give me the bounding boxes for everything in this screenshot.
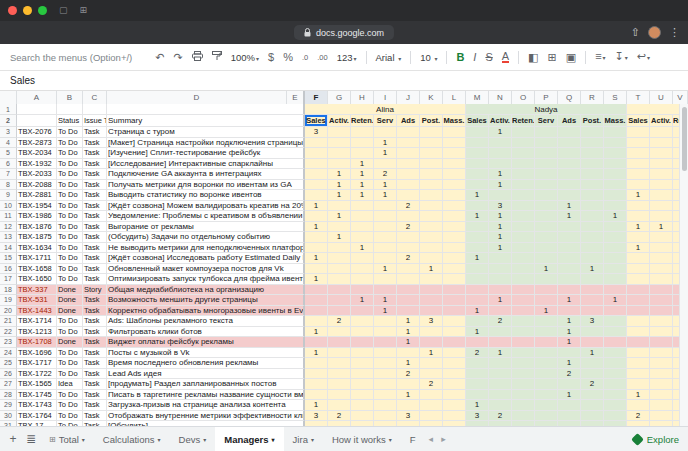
metric-column-header-M[interactable]: Sales — [466, 115, 489, 127]
all-sheets-button[interactable]: ≣ — [22, 432, 40, 446]
metric-cell[interactable]: 1 — [627, 390, 650, 401]
search-menus[interactable]: Search the menus (Option+/) — [10, 52, 132, 63]
status-cell[interactable]: To Do — [57, 190, 83, 201]
metric-cell[interactable] — [466, 285, 489, 296]
metric-cell[interactable] — [535, 222, 558, 233]
metric-cell[interactable] — [581, 138, 604, 149]
column-header-D[interactable]: D — [107, 91, 287, 104]
metric-cell[interactable] — [650, 306, 673, 317]
metric-cell[interactable] — [650, 348, 673, 359]
summary-cell[interactable]: Отображать внутренние метрики эффективно… — [107, 411, 305, 422]
summary-cell[interactable]: Корректно обрабатывать многоразовые ивен… — [107, 306, 305, 317]
metric-cell[interactable] — [650, 180, 673, 191]
metric-cell[interactable] — [650, 159, 673, 170]
metric-cell[interactable] — [604, 379, 627, 390]
status-cell[interactable]: To Do — [57, 127, 83, 138]
name-box[interactable]: Sales — [10, 75, 35, 86]
metric-cell[interactable]: 1 — [558, 337, 581, 348]
metric-cell[interactable] — [489, 327, 512, 338]
task-id-cell[interactable]: TBX-337 — [17, 285, 57, 296]
merge-cells-icon[interactable]: ▣ — [566, 52, 576, 63]
issue-type-cell[interactable]: Task — [83, 264, 107, 275]
metric-cell[interactable]: 3 — [489, 201, 512, 212]
metric-cell[interactable]: 3 — [581, 316, 604, 327]
avatar[interactable] — [648, 26, 661, 39]
task-id-cell[interactable]: TBX-1717 — [17, 358, 57, 369]
metric-cell[interactable] — [374, 253, 397, 264]
metric-cell[interactable] — [443, 264, 466, 275]
metric-cell[interactable]: 1 — [305, 327, 328, 338]
metric-cell[interactable] — [558, 306, 581, 317]
metric-cell[interactable] — [627, 180, 650, 191]
metric-cell[interactable]: 1 — [535, 264, 558, 275]
status-cell[interactable]: Done — [57, 306, 83, 317]
metric-cell[interactable]: 1 — [466, 306, 489, 317]
metric-column-header-F[interactable]: Sales — [305, 115, 328, 127]
metric-cell[interactable]: 3 — [466, 411, 489, 422]
status-cell[interactable]: To Do — [57, 138, 83, 149]
status-cell[interactable]: To Do — [57, 390, 83, 401]
metric-cell[interactable] — [397, 348, 420, 359]
metric-cell[interactable] — [443, 411, 466, 422]
summary-column-header[interactable]: Summary — [107, 115, 305, 127]
metric-cell[interactable] — [420, 138, 443, 149]
metric-cell[interactable] — [443, 201, 466, 212]
metric-cell[interactable] — [627, 369, 650, 380]
metric-cell[interactable] — [535, 274, 558, 285]
task-id-cell[interactable]: TBX-1714 — [17, 316, 57, 327]
metric-cell[interactable] — [328, 379, 351, 390]
metric-cell[interactable] — [443, 369, 466, 380]
font-select[interactable]: Arial ▾ — [376, 52, 402, 63]
metric-cell[interactable] — [604, 127, 627, 138]
metric-cell[interactable]: 1 — [489, 211, 512, 222]
sheet-tab-devs[interactable]: Devs▾ — [170, 427, 216, 451]
metric-cell[interactable] — [466, 243, 489, 254]
metric-cell[interactable] — [466, 316, 489, 327]
metric-cell[interactable] — [489, 253, 512, 264]
summary-cell[interactable]: Писать в таргетинге рекламы название сущ… — [107, 390, 305, 401]
metric-cell[interactable] — [397, 148, 420, 159]
metric-cell[interactable]: 1 — [328, 180, 351, 191]
share-icon[interactable]: ⇧ — [631, 26, 640, 39]
metric-cell[interactable]: 1 — [604, 295, 627, 306]
metric-cell[interactable]: 2 — [627, 411, 650, 422]
metric-cell[interactable] — [305, 159, 328, 170]
row-header-24[interactable]: 24 — [0, 348, 17, 359]
metric-cell[interactable]: 1 — [374, 148, 397, 159]
tab-scroll-right-icon[interactable]: ▸ — [437, 434, 450, 444]
metric-cell[interactable]: 1 — [305, 274, 328, 285]
metric-cell[interactable] — [397, 127, 420, 138]
row-header-12[interactable]: 12 — [0, 222, 17, 233]
metric-cell[interactable] — [351, 264, 374, 275]
metric-cell[interactable]: 1 — [351, 243, 374, 254]
column-header-O[interactable]: O — [512, 91, 535, 104]
metric-cell[interactable] — [581, 400, 604, 411]
metric-cell[interactable] — [535, 159, 558, 170]
metric-cell[interactable] — [305, 148, 328, 159]
metric-column-header-L[interactable]: Mass. — [443, 115, 466, 127]
metric-cell[interactable] — [581, 243, 604, 254]
metric-cell[interactable] — [581, 211, 604, 222]
row-header-2[interactable]: 2 — [0, 115, 17, 127]
row-header-3[interactable]: 3 — [0, 127, 17, 138]
status-cell[interactable]: To Do — [57, 316, 83, 327]
status-cell[interactable]: To Do — [57, 159, 83, 170]
metric-cell[interactable] — [305, 243, 328, 254]
metric-cell[interactable] — [512, 379, 535, 390]
metric-cell[interactable] — [535, 348, 558, 359]
metric-cell[interactable] — [535, 253, 558, 264]
metric-cell[interactable] — [512, 211, 535, 222]
row-header-25[interactable]: 25 — [0, 358, 17, 369]
metric-cell[interactable] — [650, 337, 673, 348]
metric-cell[interactable] — [305, 369, 328, 380]
metric-cell[interactable]: 3 — [397, 411, 420, 422]
row-header-30[interactable]: 30 — [0, 411, 17, 422]
sheet-tab-how-it-works[interactable]: How it works▾ — [323, 427, 401, 451]
column-header-G[interactable]: G — [328, 91, 351, 104]
cell[interactable] — [17, 104, 57, 115]
status-cell[interactable]: To Do — [57, 211, 83, 222]
sheet-tab-f[interactable]: F — [401, 427, 425, 451]
status-cell[interactable]: To Do — [57, 369, 83, 380]
metric-cell[interactable] — [489, 264, 512, 275]
metric-cell[interactable] — [581, 306, 604, 317]
